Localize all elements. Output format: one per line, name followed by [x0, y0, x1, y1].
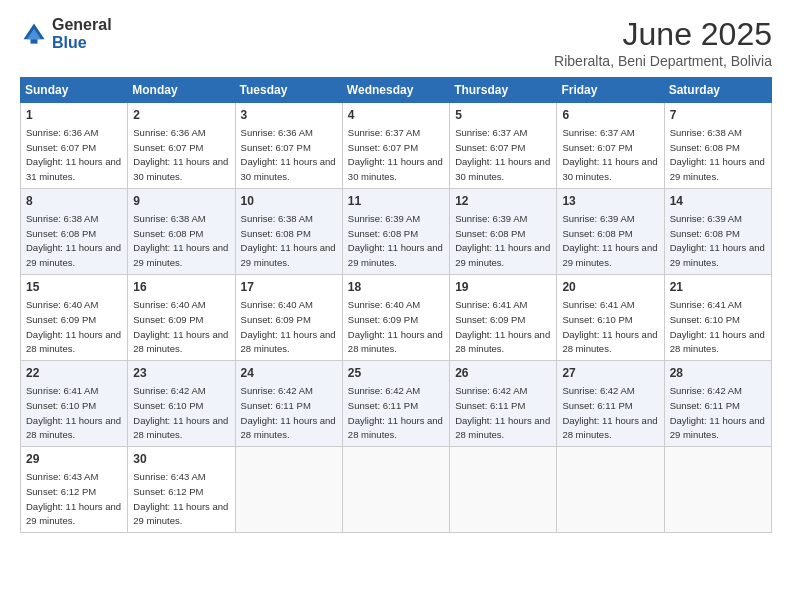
- day-info: Sunrise: 6:39 AMSunset: 6:08 PMDaylight:…: [348, 213, 443, 268]
- day-number: 18: [348, 279, 444, 296]
- svg-rect-2: [31, 39, 38, 43]
- month-title: June 2025: [554, 16, 772, 53]
- day-info: Sunrise: 6:36 AMSunset: 6:07 PMDaylight:…: [241, 127, 336, 182]
- day-number: 1: [26, 107, 122, 124]
- table-row: [235, 447, 342, 533]
- table-row: 30Sunrise: 6:43 AMSunset: 6:12 PMDayligh…: [128, 447, 235, 533]
- day-number: 2: [133, 107, 229, 124]
- table-row: 21Sunrise: 6:41 AMSunset: 6:10 PMDayligh…: [664, 275, 771, 361]
- day-number: 28: [670, 365, 766, 382]
- day-number: 9: [133, 193, 229, 210]
- day-info: Sunrise: 6:36 AMSunset: 6:07 PMDaylight:…: [26, 127, 121, 182]
- day-number: 6: [562, 107, 658, 124]
- col-tuesday: Tuesday: [235, 78, 342, 103]
- day-info: Sunrise: 6:37 AMSunset: 6:07 PMDaylight:…: [562, 127, 657, 182]
- day-number: 14: [670, 193, 766, 210]
- table-row: [664, 447, 771, 533]
- day-number: 21: [670, 279, 766, 296]
- day-number: 7: [670, 107, 766, 124]
- table-row: 13Sunrise: 6:39 AMSunset: 6:08 PMDayligh…: [557, 189, 664, 275]
- day-info: Sunrise: 6:36 AMSunset: 6:07 PMDaylight:…: [133, 127, 228, 182]
- logo-icon: [20, 20, 48, 48]
- table-row: 17Sunrise: 6:40 AMSunset: 6:09 PMDayligh…: [235, 275, 342, 361]
- day-info: Sunrise: 6:41 AMSunset: 6:10 PMDaylight:…: [562, 299, 657, 354]
- day-number: 24: [241, 365, 337, 382]
- day-info: Sunrise: 6:38 AMSunset: 6:08 PMDaylight:…: [241, 213, 336, 268]
- col-thursday: Thursday: [450, 78, 557, 103]
- day-number: 3: [241, 107, 337, 124]
- day-info: Sunrise: 6:39 AMSunset: 6:08 PMDaylight:…: [670, 213, 765, 268]
- table-row: 20Sunrise: 6:41 AMSunset: 6:10 PMDayligh…: [557, 275, 664, 361]
- col-wednesday: Wednesday: [342, 78, 449, 103]
- page: General Blue June 2025 Riberalta, Beni D…: [0, 0, 792, 612]
- day-info: Sunrise: 6:42 AMSunset: 6:11 PMDaylight:…: [562, 385, 657, 440]
- day-info: Sunrise: 6:39 AMSunset: 6:08 PMDaylight:…: [455, 213, 550, 268]
- col-monday: Monday: [128, 78, 235, 103]
- table-row: 9Sunrise: 6:38 AMSunset: 6:08 PMDaylight…: [128, 189, 235, 275]
- logo-general: General: [52, 16, 112, 34]
- table-row: 12Sunrise: 6:39 AMSunset: 6:08 PMDayligh…: [450, 189, 557, 275]
- day-info: Sunrise: 6:40 AMSunset: 6:09 PMDaylight:…: [133, 299, 228, 354]
- table-row: 5Sunrise: 6:37 AMSunset: 6:07 PMDaylight…: [450, 103, 557, 189]
- table-row: 29Sunrise: 6:43 AMSunset: 6:12 PMDayligh…: [21, 447, 128, 533]
- logo-text: General Blue: [52, 16, 112, 51]
- table-row: 7Sunrise: 6:38 AMSunset: 6:08 PMDaylight…: [664, 103, 771, 189]
- table-row: 4Sunrise: 6:37 AMSunset: 6:07 PMDaylight…: [342, 103, 449, 189]
- table-row: 24Sunrise: 6:42 AMSunset: 6:11 PMDayligh…: [235, 361, 342, 447]
- day-number: 5: [455, 107, 551, 124]
- table-row: 10Sunrise: 6:38 AMSunset: 6:08 PMDayligh…: [235, 189, 342, 275]
- day-number: 20: [562, 279, 658, 296]
- col-friday: Friday: [557, 78, 664, 103]
- day-info: Sunrise: 6:41 AMSunset: 6:10 PMDaylight:…: [670, 299, 765, 354]
- day-info: Sunrise: 6:41 AMSunset: 6:10 PMDaylight:…: [26, 385, 121, 440]
- day-number: 30: [133, 451, 229, 468]
- day-number: 17: [241, 279, 337, 296]
- table-row: [342, 447, 449, 533]
- table-row: 16Sunrise: 6:40 AMSunset: 6:09 PMDayligh…: [128, 275, 235, 361]
- day-number: 4: [348, 107, 444, 124]
- day-info: Sunrise: 6:42 AMSunset: 6:10 PMDaylight:…: [133, 385, 228, 440]
- table-row: 6Sunrise: 6:37 AMSunset: 6:07 PMDaylight…: [557, 103, 664, 189]
- day-info: Sunrise: 6:40 AMSunset: 6:09 PMDaylight:…: [241, 299, 336, 354]
- table-row: 11Sunrise: 6:39 AMSunset: 6:08 PMDayligh…: [342, 189, 449, 275]
- day-number: 19: [455, 279, 551, 296]
- day-info: Sunrise: 6:38 AMSunset: 6:08 PMDaylight:…: [26, 213, 121, 268]
- day-info: Sunrise: 6:42 AMSunset: 6:11 PMDaylight:…: [455, 385, 550, 440]
- table-row: 14Sunrise: 6:39 AMSunset: 6:08 PMDayligh…: [664, 189, 771, 275]
- table-row: 1Sunrise: 6:36 AMSunset: 6:07 PMDaylight…: [21, 103, 128, 189]
- day-info: Sunrise: 6:41 AMSunset: 6:09 PMDaylight:…: [455, 299, 550, 354]
- table-row: 25Sunrise: 6:42 AMSunset: 6:11 PMDayligh…: [342, 361, 449, 447]
- logo-blue: Blue: [52, 34, 112, 52]
- table-row: [557, 447, 664, 533]
- day-info: Sunrise: 6:40 AMSunset: 6:09 PMDaylight:…: [348, 299, 443, 354]
- table-row: 23Sunrise: 6:42 AMSunset: 6:10 PMDayligh…: [128, 361, 235, 447]
- day-number: 8: [26, 193, 122, 210]
- table-row: 8Sunrise: 6:38 AMSunset: 6:08 PMDaylight…: [21, 189, 128, 275]
- day-number: 23: [133, 365, 229, 382]
- logo: General Blue: [20, 16, 112, 51]
- table-row: 3Sunrise: 6:36 AMSunset: 6:07 PMDaylight…: [235, 103, 342, 189]
- table-row: 15Sunrise: 6:40 AMSunset: 6:09 PMDayligh…: [21, 275, 128, 361]
- table-row: 19Sunrise: 6:41 AMSunset: 6:09 PMDayligh…: [450, 275, 557, 361]
- day-info: Sunrise: 6:38 AMSunset: 6:08 PMDaylight:…: [133, 213, 228, 268]
- day-number: 27: [562, 365, 658, 382]
- day-info: Sunrise: 6:39 AMSunset: 6:08 PMDaylight:…: [562, 213, 657, 268]
- day-info: Sunrise: 6:42 AMSunset: 6:11 PMDaylight:…: [348, 385, 443, 440]
- col-sunday: Sunday: [21, 78, 128, 103]
- table-row: [450, 447, 557, 533]
- title-block: June 2025 Riberalta, Beni Department, Bo…: [554, 16, 772, 69]
- day-number: 29: [26, 451, 122, 468]
- header: General Blue June 2025 Riberalta, Beni D…: [20, 16, 772, 69]
- location-subtitle: Riberalta, Beni Department, Bolivia: [554, 53, 772, 69]
- day-number: 26: [455, 365, 551, 382]
- day-info: Sunrise: 6:40 AMSunset: 6:09 PMDaylight:…: [26, 299, 121, 354]
- day-info: Sunrise: 6:37 AMSunset: 6:07 PMDaylight:…: [455, 127, 550, 182]
- day-number: 25: [348, 365, 444, 382]
- table-row: 22Sunrise: 6:41 AMSunset: 6:10 PMDayligh…: [21, 361, 128, 447]
- day-info: Sunrise: 6:37 AMSunset: 6:07 PMDaylight:…: [348, 127, 443, 182]
- day-number: 10: [241, 193, 337, 210]
- day-number: 12: [455, 193, 551, 210]
- day-info: Sunrise: 6:43 AMSunset: 6:12 PMDaylight:…: [26, 471, 121, 526]
- day-info: Sunrise: 6:42 AMSunset: 6:11 PMDaylight:…: [241, 385, 336, 440]
- day-info: Sunrise: 6:43 AMSunset: 6:12 PMDaylight:…: [133, 471, 228, 526]
